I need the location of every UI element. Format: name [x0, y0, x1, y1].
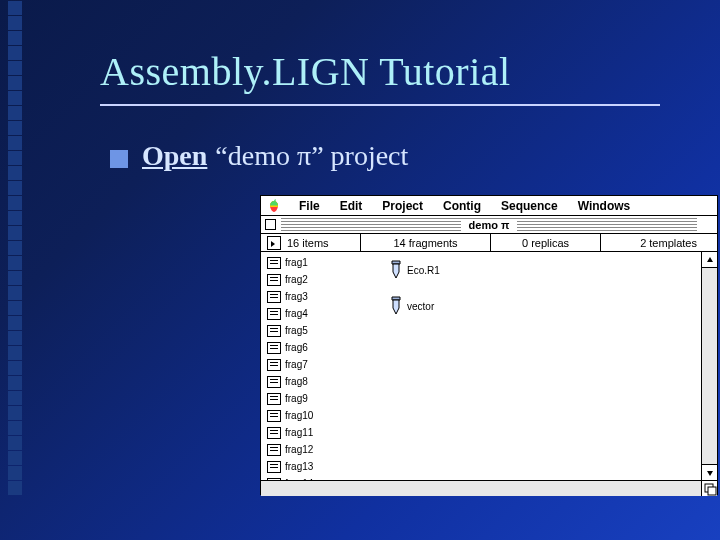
fragment-item[interactable]: frag5 — [261, 322, 371, 339]
gutter-square — [8, 391, 22, 405]
fragment-item[interactable]: frag10 — [261, 407, 371, 424]
gutter-square — [8, 481, 22, 495]
fragment-label: frag5 — [285, 325, 308, 336]
gutter-square — [8, 136, 22, 150]
gutter-square — [8, 271, 22, 285]
fragment-icon — [267, 274, 281, 286]
gutter-square — [8, 76, 22, 90]
menu-project[interactable]: Project — [372, 199, 433, 213]
gutter-square — [8, 361, 22, 375]
title-underline — [100, 104, 660, 106]
fragment-icon — [267, 410, 281, 422]
bullet-project-name: “demo π” project — [215, 140, 408, 172]
vertical-scrollbar[interactable] — [701, 252, 717, 480]
menu-contig[interactable]: Contig — [433, 199, 491, 213]
fragment-item[interactable]: frag13 — [261, 458, 371, 475]
gutter-square — [8, 46, 22, 60]
fragment-item[interactable]: frag4 — [261, 305, 371, 322]
gutter-square — [8, 121, 22, 135]
fragment-icon — [267, 291, 281, 303]
fragment-item[interactable]: frag6 — [261, 339, 371, 356]
horizontal-scrollbar[interactable] — [261, 480, 701, 496]
fragment-icon — [267, 325, 281, 337]
apple-menu-icon[interactable] — [267, 199, 281, 213]
close-box-icon[interactable] — [265, 219, 276, 230]
tube-icon — [391, 260, 401, 280]
slide-title: Assembly.LIGN Tutorial — [100, 48, 511, 95]
fragment-icon — [267, 393, 281, 405]
tube-icon — [391, 296, 401, 316]
gutter-square — [8, 211, 22, 225]
fragment-label: frag3 — [285, 291, 308, 302]
content-area: frag1frag2frag3frag4frag5frag6frag7frag8… — [261, 252, 717, 496]
mac-project-window: File Edit Project Contig Sequence Window… — [260, 195, 718, 495]
fragment-label: frag12 — [285, 444, 313, 455]
stats-items: 16 items — [261, 234, 361, 251]
fragment-label: frag8 — [285, 376, 308, 387]
scroll-down-arrow-icon[interactable] — [702, 464, 717, 480]
gutter-square — [8, 451, 22, 465]
gutter-square — [8, 331, 22, 345]
fragment-item[interactable]: frag11 — [261, 424, 371, 441]
template-label: Eco.R1 — [407, 265, 440, 276]
fragment-list: frag1frag2frag3frag4frag5frag6frag7frag8… — [261, 252, 371, 496]
gutter-square — [8, 316, 22, 330]
gutter-square — [8, 166, 22, 180]
fragment-label: frag11 — [285, 427, 313, 438]
fragment-item[interactable]: frag7 — [261, 356, 371, 373]
template-item[interactable]: Eco.R1 — [391, 256, 551, 284]
fragment-icon — [267, 308, 281, 320]
fragment-item[interactable]: frag12 — [261, 441, 371, 458]
gutter-square — [8, 346, 22, 360]
window-titlebar[interactable]: demo π — [261, 216, 717, 234]
menu-windows[interactable]: Windows — [568, 199, 641, 213]
gutter-square — [8, 196, 22, 210]
bullet-row: Open “demo π” project — [110, 140, 408, 172]
gutter-square — [8, 151, 22, 165]
template-column: Eco.R1 vector — [371, 252, 551, 496]
gutter-square — [8, 406, 22, 420]
fragment-icon — [267, 359, 281, 371]
stats-replicas: 0 replicas — [491, 234, 601, 251]
replicas-count: 0 replicas — [522, 237, 569, 249]
fragment-label: frag1 — [285, 257, 308, 268]
gutter-square — [8, 91, 22, 105]
menu-file[interactable]: File — [289, 199, 330, 213]
fragment-icon — [267, 427, 281, 439]
stats-fragments: 14 fragments — [361, 234, 491, 251]
scroll-up-arrow-icon[interactable] — [702, 252, 717, 268]
fragment-item[interactable]: frag8 — [261, 373, 371, 390]
gutter-square — [8, 31, 22, 45]
template-item[interactable]: vector — [391, 292, 551, 320]
menu-sequence[interactable]: Sequence — [491, 199, 568, 213]
gutter-square — [8, 181, 22, 195]
fragment-item[interactable]: frag2 — [261, 271, 371, 288]
fragment-icon — [267, 444, 281, 456]
gutter-square — [8, 286, 22, 300]
fragment-label: frag9 — [285, 393, 308, 404]
items-count: 16 items — [287, 237, 329, 249]
view-mode-icon[interactable] — [267, 236, 281, 250]
fragment-label: frag7 — [285, 359, 308, 370]
stats-templates: 2 templates — [601, 234, 717, 251]
gutter-square — [8, 241, 22, 255]
fragment-label: frag2 — [285, 274, 308, 285]
fragment-icon — [267, 342, 281, 354]
gutter-square — [8, 226, 22, 240]
gutter-square — [8, 61, 22, 75]
fragment-icon — [267, 376, 281, 388]
menu-edit[interactable]: Edit — [330, 199, 373, 213]
menubar: File Edit Project Contig Sequence Window… — [261, 196, 717, 216]
gutter-square — [8, 16, 22, 30]
gutter-square — [8, 436, 22, 450]
bullet-square-icon — [110, 150, 128, 168]
fragment-icon — [267, 461, 281, 473]
fragment-item[interactable]: frag1 — [261, 254, 371, 271]
resize-grow-box-icon[interactable] — [701, 480, 717, 496]
template-label: vector — [407, 301, 434, 312]
fragment-label: frag6 — [285, 342, 308, 353]
fragment-item[interactable]: frag9 — [261, 390, 371, 407]
fragment-item[interactable]: frag3 — [261, 288, 371, 305]
window-title: demo π — [461, 219, 518, 231]
templates-count: 2 templates — [640, 237, 697, 249]
